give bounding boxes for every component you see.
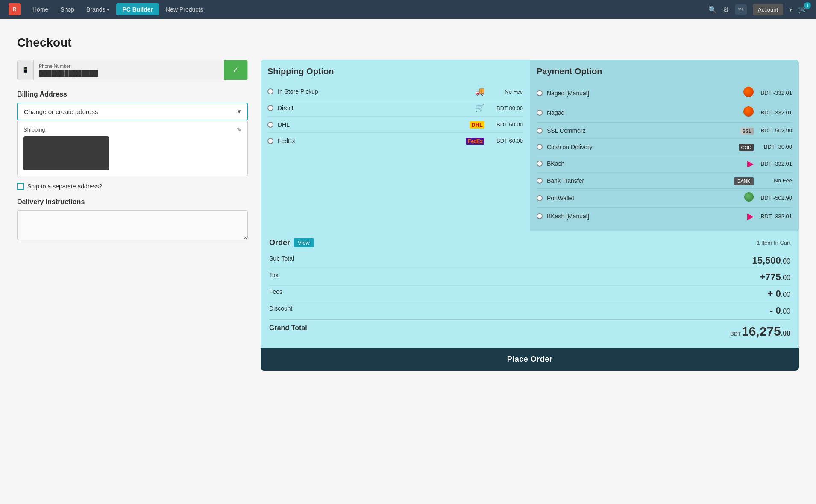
shipping-option-name-2: DHL [278,121,465,128]
settings-icon[interactable]: ⚙ [723,6,729,14]
address-edit-icon[interactable]: ✎ [237,126,241,133]
fedex-icon: FedEx [466,136,484,145]
tax-label: Tax [269,272,279,283]
ship-separate-checkbox[interactable] [17,183,24,190]
payment-name-6: PortWallet [547,195,740,202]
site-logo[interactable]: R [9,3,21,15]
grandtotal-label: Grand Total [269,324,307,339]
payment-radio-7[interactable] [537,213,543,219]
phone-input-inner[interactable]: Phone Number ██████████████ [34,60,224,80]
account-button[interactable]: Account [753,4,783,15]
grandtotal-value: BDT16,275.00 [730,324,790,339]
view-order-button[interactable]: View [294,238,314,247]
delivery-instructions-textarea[interactable] [17,210,248,240]
order-discount-row: Discount - 0.00 [269,302,790,319]
language-selector[interactable]: বাং [735,4,747,15]
tax-value: +775.00 [760,272,790,283]
order-title-row: Order View [269,238,314,247]
place-order-button[interactable]: Place Order [261,348,799,371]
payment-price-7: BDT -332.01 [758,213,792,220]
order-subtotal-row: Sub Total 15,500.00 [269,252,790,269]
account-chevron-icon[interactable]: ▾ [789,6,792,13]
nav-pc-builder[interactable]: PC Builder [116,3,159,15]
phone-confirm-button[interactable]: ✓ [224,60,247,80]
phone-input-wrap: 📱 Phone Number ██████████████ ✓ [17,60,248,80]
nav-brands[interactable]: Brands ▾ [81,0,114,19]
shipping-option-row: DHL DHL BDT 60.00 [267,117,523,133]
shipping-radio-2[interactable] [267,122,273,128]
payment-price-0: BDT -332.01 [758,90,792,96]
delivery-label: Delivery Instructions [17,198,248,206]
payment-name-5: Bank Transfer [547,177,730,184]
payment-option-row: PortWallet BDT -502.90 [537,189,792,208]
order-tax-row: Tax +775.00 [269,269,790,286]
nagad-icon-1 [743,106,754,119]
truck-icon: 🚚 [475,87,484,96]
shipping-price-3: BDT 60.00 [489,138,523,144]
payment-radio-4[interactable] [537,161,543,167]
subtotal-value: 15,500.00 [752,255,790,266]
payment-radio-3[interactable] [537,144,543,150]
nav-new-products[interactable]: New Products [161,0,208,19]
order-fees-row: Fees + 0.00 [269,286,790,302]
checkout-right: Shipping Option In Store Pickup 🚚 No Fee… [261,60,799,371]
payment-name-7: BKash [Manual] [547,213,743,220]
payment-option-row: Nagad [Manual] BDT -332.01 [537,83,792,103]
payment-radio-0[interactable] [537,90,543,96]
phone-value: ██████████████ [39,70,219,76]
cart-icon-wrap[interactable]: 🛒 1 [798,5,807,14]
order-grandtotal-row: Grand Total BDT16,275.00 [269,319,790,341]
ship-separate-row: Ship to a separate address? [17,183,248,190]
nagad-icon-0 [743,87,754,99]
discount-value: - 0.00 [770,305,790,316]
order-summary: Order View 1 Item In Cart Sub Total 15,5… [261,231,799,341]
navbar: R Home Shop Brands ▾ PC Builder New Prod… [0,0,816,19]
payment-radio-1[interactable] [537,110,543,116]
bkash-icon-4: ▶ [747,158,754,169]
options-panels: Shipping Option In Store Pickup 🚚 No Fee… [261,60,799,231]
payment-name-1: Nagad [547,109,739,116]
search-icon[interactable]: 🔍 [708,6,717,14]
cart-badge: 1 [804,2,811,9]
brands-chevron-icon: ▾ [107,0,109,19]
payment-radio-5[interactable] [537,178,543,184]
payment-price-4: BDT -332.01 [758,161,792,167]
address-dropdown-text: Change or create address [24,108,98,115]
nav-home[interactable]: Home [27,0,53,19]
discount-label: Discount [269,305,292,316]
page-title: Checkout [17,36,799,50]
payment-option-row: Cash on Delivery COD BDT -30.00 [537,139,792,155]
shipping-radio-1[interactable] [267,105,273,111]
payment-radio-6[interactable] [537,195,543,201]
shipping-price-2: BDT 60.00 [489,121,523,128]
nav-shop[interactable]: Shop [55,0,79,19]
shipping-option-name-0: In Store Pickup [278,88,471,95]
checkout-left: 📱 Phone Number ██████████████ ✓ Billing … [17,60,248,241]
address-map-placeholder [23,136,109,170]
fees-value: + 0.00 [768,288,790,299]
shipping-radio-3[interactable] [267,138,273,144]
shipping-panel: Shipping Option In Store Pickup 🚚 No Fee… [261,60,530,231]
payment-name-3: Cash on Delivery [547,144,735,150]
bkash-icon-7: ▶ [747,211,754,221]
navbar-right: 🔍 ⚙ বাং Account ▾ 🛒 1 [708,4,807,15]
payment-radio-2[interactable] [537,128,543,134]
fees-label: Fees [269,288,282,299]
phone-icon-area: 📱 [18,60,34,80]
order-items-count: 1 Item In Cart [757,240,790,246]
payment-option-row: Nagad BDT -332.01 [537,103,792,123]
shipping-option-name-3: FedEx [278,138,461,144]
payment-price-6: BDT -502.90 [758,195,792,201]
payment-option-row: Bank Transfer BANK No Fee [537,173,792,189]
order-title: Order [269,238,290,247]
address-card-header: Shipping, ✎ [23,126,241,133]
payment-price-5: No Fee [758,177,792,184]
payment-option-row: SSL Commerz SSL BDT -502.90 [537,123,792,139]
address-dropdown[interactable]: Change or create address ▾ [17,103,248,120]
shipping-option-row: FedEx FedEx BDT 60.00 [267,133,523,149]
subtotal-label: Sub Total [269,255,294,266]
shipping-option-name-1: Direct [278,105,471,111]
shipping-radio-0[interactable] [267,88,273,94]
handtruck-icon: 🛒 [475,103,484,113]
shipping-price-1: BDT 80.00 [489,105,523,111]
